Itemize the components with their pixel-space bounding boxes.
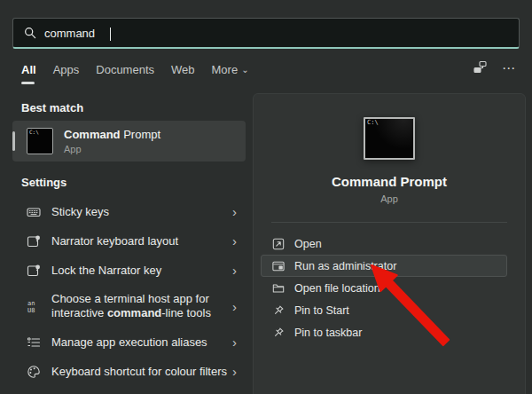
account-icon[interactable] (473, 60, 488, 75)
search-bar[interactable] (12, 18, 520, 49)
text-caret (110, 28, 111, 41)
preview-app-subtitle: App (380, 193, 398, 204)
more-options-icon[interactable]: ⋯ (502, 61, 516, 75)
chevron-right-icon: › (232, 365, 237, 378)
setting-colour-filters-shortcut[interactable]: Keyboard shortcut for colour filters › (12, 357, 246, 386)
cmd-window-icon-large: C:\ (364, 117, 415, 160)
setting-narrator-keyboard-layout[interactable]: Narrator keyboard layout › (12, 226, 246, 256)
settings-results-list: Sticky keys › Narrator keyboard layout ›… (12, 197, 246, 386)
cmd-window-icon: C:\ (27, 128, 53, 154)
search-filter-tabs: All Apps Documents Web More ⌄ (21, 63, 249, 84)
selection-accent-bar (12, 131, 15, 151)
action-pin-to-start[interactable]: Pin to Start (261, 299, 507, 321)
tab-all[interactable]: All (21, 63, 36, 84)
best-match-subtitle: App (64, 144, 160, 154)
keyboard-icon (27, 205, 41, 219)
action-open-file-location[interactable]: Open file location (261, 277, 507, 299)
admin-window-icon (272, 260, 285, 272)
preview-app-title: Command Prompt (332, 174, 447, 189)
tab-documents[interactable]: Documents (96, 63, 154, 84)
setting-app-execution-aliases[interactable]: Manage app execution aliases › (12, 327, 246, 357)
action-list: Open Run as administrator Open file loca… (254, 232, 525, 343)
setting-sticky-keys[interactable]: Sticky keys › (12, 197, 246, 226)
best-match-header: Best match (21, 101, 83, 114)
setting-terminal-host-app[interactable]: an U8 Choose a terminal host app for int… (12, 285, 246, 327)
pin-icon (272, 327, 285, 339)
divider (271, 222, 507, 223)
tab-more[interactable]: More ⌄ (212, 63, 249, 84)
folder-icon (272, 282, 285, 295)
narrator-icon (27, 264, 41, 278)
search-input[interactable] (44, 27, 508, 40)
launch-icon (272, 238, 285, 250)
chevron-down-icon: ⌄ (241, 65, 248, 75)
chevron-right-icon: › (232, 300, 237, 313)
header-icons: ⋯ (473, 60, 516, 75)
chevron-right-icon: › (232, 264, 237, 277)
chevron-right-icon: › (232, 234, 237, 248)
best-match-title: Command Prompt (64, 128, 160, 141)
aliases-icon (27, 335, 41, 350)
narrator-icon (27, 234, 41, 248)
terminal-host-icon: an U8 (27, 299, 41, 313)
search-icon (24, 27, 36, 39)
best-match-result-command-prompt[interactable]: C:\ Command Prompt App (12, 121, 246, 162)
settings-header: Settings (21, 176, 66, 189)
palette-icon (27, 365, 41, 379)
pin-icon (272, 304, 285, 317)
tab-web[interactable]: Web (171, 63, 195, 84)
action-run-as-administrator[interactable]: Run as administrator (261, 255, 507, 277)
tab-apps[interactable]: Apps (53, 63, 80, 84)
setting-lock-narrator-key[interactable]: Lock the Narrator key › (12, 256, 246, 285)
chevron-right-icon: › (232, 335, 237, 349)
action-pin-to-taskbar[interactable]: Pin to taskbar (261, 321, 507, 343)
chevron-right-icon: › (232, 205, 237, 218)
svg-text:U8: U8 (27, 307, 35, 314)
preview-panel: C:\ Command Prompt App Open Run as admin… (253, 93, 526, 394)
action-open[interactable]: Open (261, 232, 507, 255)
windows-search-flyout: { "search": { "value": "command" }, "tab… (0, 0, 532, 394)
